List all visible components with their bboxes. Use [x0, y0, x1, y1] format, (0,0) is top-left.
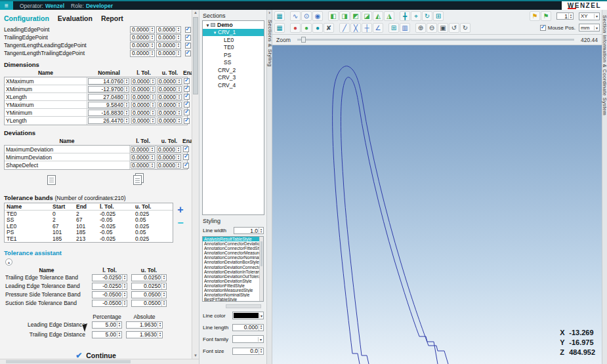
style-list-item[interactable]: AnnotationDeviationConnectorStyle: [203, 265, 261, 270]
angle-tool-icon[interactable]: ∠: [373, 23, 383, 33]
section-grid-icon[interactable]: ▦: [274, 11, 285, 21]
curve-fit-icon[interactable]: ∿: [290, 11, 301, 21]
table-row[interactable]: PS101185-0.050.05: [5, 230, 173, 236]
tree-item-crv3[interactable]: CRV_3: [203, 74, 264, 82]
style-list-item[interactable]: AnnotationFittedStyle: [203, 283, 261, 288]
align-view-icon[interactable]: ⊞: [433, 11, 444, 21]
tree-item-demo[interactable]: Demo: [203, 21, 264, 29]
nominal-spinner[interactable]: 26.4470: [88, 117, 129, 124]
collapse-icon[interactable]: [5, 258, 12, 266]
table-row[interactable]: TE1185213-0.0250.025: [5, 235, 173, 242]
scrollbar-thumb[interactable]: [193, 17, 198, 94]
view-front-icon[interactable]: ◧: [328, 11, 339, 21]
edge-point-spinner[interactable]: 0.0000: [156, 42, 181, 49]
view-bottom-icon[interactable]: ◪: [362, 11, 372, 21]
enable-checkbox[interactable]: [184, 94, 190, 100]
ltol-spinner[interactable]: 0.0000: [131, 146, 155, 153]
point-style-red-icon[interactable]: ●: [290, 23, 301, 33]
table-row[interactable]: TE002-0.0250.025: [5, 211, 173, 217]
zoom-slider-thumb[interactable]: [301, 37, 306, 43]
edge-point-spinner[interactable]: 0.0000: [156, 34, 181, 41]
grid-toggle-icon[interactable]: ▦: [274, 23, 285, 33]
tree-item-ps[interactable]: PS: [203, 51, 264, 59]
enable-checkbox[interactable]: [183, 146, 189, 152]
style-list-item[interactable]: BestFitTableStyle: [203, 297, 261, 302]
report-icon[interactable]: [47, 175, 56, 185]
line-width-spinner[interactable]: 1.0: [234, 227, 264, 234]
style-list-item[interactable]: AnnotationDeviationInToleranceStyle: [203, 270, 261, 274]
view-iso-icon[interactable]: ◮: [384, 11, 394, 21]
pan-view-icon[interactable]: ╋: [400, 11, 410, 21]
plane-select[interactable]: XY: [579, 12, 600, 20]
nominal-spinner[interactable]: 14.0760: [88, 78, 129, 85]
zoom-out-icon[interactable]: ⊖: [427, 23, 437, 33]
enable-checkbox[interactable]: [185, 35, 191, 41]
style-list-item[interactable]: AnnotationConnectorFittedStyle: [203, 246, 261, 251]
utol-spinner[interactable]: 0.0000: [157, 154, 181, 161]
ltol-spinner[interactable]: 0.0000: [131, 117, 156, 124]
ltol-spinner[interactable]: 0.0000: [131, 102, 156, 108]
utol-spinner[interactable]: 0.0000: [157, 102, 182, 108]
ltol-spinner[interactable]: -0.0500: [92, 300, 127, 307]
style-list-item[interactable]: AnnotationConnectorNominalStyle: [203, 255, 261, 260]
style-list-item[interactable]: AnnotationConnectorDeviationStyle: [203, 241, 261, 246]
tree-item-le0[interactable]: LE0: [203, 36, 264, 44]
utol-spinner[interactable]: 0.0000: [157, 78, 182, 85]
enable-checkbox[interactable]: [185, 51, 191, 56]
view-top-icon[interactable]: ◩: [350, 11, 361, 21]
units-select[interactable]: mm: [579, 24, 600, 31]
histogram-icon[interactable]: ▥: [400, 23, 410, 33]
ltol-spinner[interactable]: -0.0500: [92, 291, 127, 298]
tree-item-crv4[interactable]: CRV_4: [203, 81, 264, 89]
flag-green-icon[interactable]: ⚑: [541, 11, 551, 21]
enable-checkbox[interactable]: [185, 27, 191, 33]
utol-spinner[interactable]: 0.0500: [131, 300, 167, 307]
ltol-spinner[interactable]: 0.0000: [131, 162, 155, 169]
cross-line-icon[interactable]: ╳: [350, 23, 361, 33]
continue-button[interactable]: Continue: [56, 350, 135, 359]
horizontal-scrollbar[interactable]: [0, 359, 199, 364]
line-tool-icon[interactable]: ╱: [339, 23, 350, 33]
ltol-spinner[interactable]: 0.0000: [131, 110, 156, 116]
crosshair-icon[interactable]: ┼: [362, 23, 372, 33]
line-length-spinner[interactable]: 0.000: [232, 324, 264, 331]
enable-checkbox[interactable]: [184, 118, 190, 124]
vertical-scrollbar[interactable]: [192, 10, 199, 359]
copy-icon[interactable]: [133, 175, 142, 185]
enable-checkbox[interactable]: [184, 102, 190, 108]
enable-checkbox[interactable]: [184, 110, 190, 115]
ltol-spinner[interactable]: 0.0000: [131, 94, 156, 100]
mouse-pos-checkbox[interactable]: [540, 25, 546, 31]
curve-zoom-icon[interactable]: ⊙: [301, 11, 312, 21]
ltol-spinner[interactable]: 0.0000: [131, 78, 156, 85]
grid2-icon[interactable]: ⊞: [388, 23, 399, 33]
resize-handle[interactable]: [226, 304, 261, 308]
percentage-spinner[interactable]: 5.00: [92, 331, 122, 338]
table-row[interactable]: SS267-0.050.05: [5, 217, 173, 224]
nominal-spinner[interactable]: 9.5840: [88, 102, 129, 108]
rotate-right-icon[interactable]: ↻: [460, 23, 471, 33]
tree-item-crv1[interactable]: CRV_1: [203, 29, 264, 37]
enable-checkbox[interactable]: [184, 78, 190, 84]
tree-item-te0[interactable]: TE0: [203, 44, 264, 52]
point-style-teal-icon[interactable]: ●: [312, 23, 323, 33]
delete-point-icon[interactable]: ✘: [324, 23, 334, 33]
zoom-slider[interactable]: [297, 39, 574, 41]
utol-spinner[interactable]: 0.0000: [157, 117, 182, 124]
ltol-spinner[interactable]: 0.0000: [131, 154, 155, 161]
menu-icon[interactable]: [0, 1, 13, 10]
remove-band-icon[interactable]: [176, 218, 185, 228]
nominal-spinner[interactable]: 27.0480: [88, 94, 129, 100]
style-list-item[interactable]: AnnotationDeviationBoxStyle: [203, 260, 261, 264]
enable-checkbox[interactable]: [183, 163, 189, 169]
section-information-tab[interactable]: Section Information & Coordinate System: [602, 15, 607, 364]
expand-panel-icon[interactable]: [267, 10, 272, 17]
style-list-item[interactable]: AnnotationMeasuredStyle: [203, 288, 261, 293]
nominal-spinner[interactable]: -12.9700: [88, 86, 129, 92]
curve-select-icon[interactable]: ◉: [312, 11, 323, 21]
ltol-spinner[interactable]: 0.0000: [131, 86, 156, 92]
add-band-icon[interactable]: [176, 205, 185, 214]
rotate-view-icon[interactable]: ↻: [422, 11, 432, 21]
utol-spinner[interactable]: 0.0000: [157, 162, 181, 169]
percentage-spinner[interactable]: 5.00: [92, 321, 122, 329]
